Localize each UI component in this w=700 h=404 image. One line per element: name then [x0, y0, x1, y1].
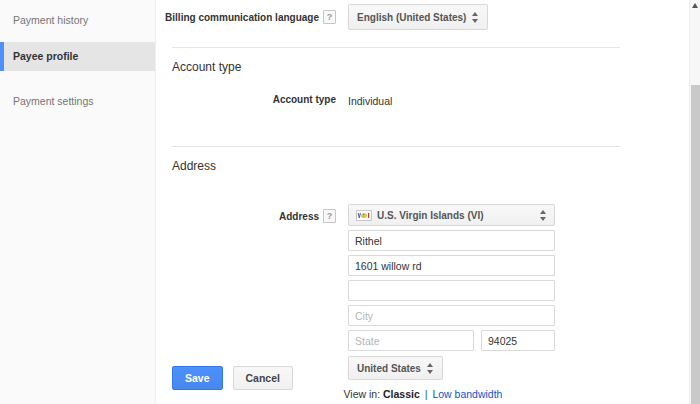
form-actions: Save Cancel	[172, 366, 293, 390]
updown-arrow-icon	[540, 210, 547, 221]
section-divider	[172, 47, 620, 48]
scrollbar-thumb[interactable]	[691, 85, 700, 404]
address-zip-input[interactable]	[481, 330, 555, 351]
address-label-col: Address?	[156, 204, 348, 223]
footer-separator: |	[425, 388, 428, 400]
sidebar-item-payment-settings[interactable]: Payment settings	[0, 87, 155, 116]
address-city-input[interactable]	[348, 305, 555, 326]
low-bandwidth-link[interactable]: Low bandwidth	[432, 388, 502, 400]
country-select-value-group: U.S. Virgin Islands (VI)	[356, 210, 484, 221]
updown-arrow-icon	[472, 12, 479, 23]
view-classic-label: Classic	[383, 388, 420, 400]
account-type-section-heading: Account type	[172, 60, 241, 74]
account-type-label: Account type	[156, 94, 348, 105]
country-short-value: United States	[357, 363, 421, 374]
country-short-select[interactable]: United States	[348, 356, 443, 380]
payee-profile-page: Payment history Payee profile Payment se…	[0, 0, 700, 404]
sidebar-item-payment-history[interactable]: Payment history	[0, 6, 155, 35]
scroll-up-button[interactable]	[692, 3, 698, 8]
save-button[interactable]: Save	[172, 366, 223, 390]
billing-language-value: English (United States)	[357, 12, 466, 23]
main-content: Billing communication language? English …	[156, 0, 690, 404]
view-in-label: View in:	[344, 388, 381, 400]
account-type-row: Account type Individual	[156, 94, 392, 107]
address-fields: U.S. Virgin Islands (VI) United States	[348, 204, 555, 380]
address-section-heading: Address	[172, 159, 216, 173]
country-select-value: U.S. Virgin Islands (VI)	[377, 210, 484, 221]
billing-language-row: Billing communication language? English …	[156, 4, 488, 30]
address-label: Address	[279, 211, 319, 222]
scrollbar[interactable]	[689, 0, 700, 404]
country-select[interactable]: U.S. Virgin Islands (VI)	[348, 204, 555, 226]
address-street-input[interactable]	[348, 255, 555, 276]
help-icon[interactable]: ?	[323, 209, 336, 223]
billing-language-select[interactable]: English (United States)	[348, 4, 488, 30]
us-virgin-islands-flag-icon	[356, 210, 372, 221]
sidebar-item-payee-profile[interactable]: Payee profile	[0, 42, 155, 71]
account-type-value: Individual	[348, 94, 392, 107]
help-icon[interactable]: ?	[323, 10, 336, 24]
address-state-input[interactable]	[348, 330, 474, 351]
footer: View in: Classic | Low bandwidth	[156, 388, 690, 400]
section-divider	[172, 146, 620, 147]
state-zip-row	[348, 330, 555, 355]
address-row: Address? U.S. Virgin Islands (VI)	[156, 204, 555, 380]
billing-language-label-col: Billing communication language?	[156, 4, 348, 24]
updown-arrow-icon	[427, 363, 434, 374]
address-line3-input[interactable]	[348, 280, 555, 301]
address-recipient-input[interactable]	[348, 230, 555, 251]
sidebar: Payment history Payee profile Payment se…	[0, 0, 156, 404]
cancel-button[interactable]: Cancel	[233, 366, 293, 390]
billing-language-label: Billing communication language	[165, 12, 319, 23]
